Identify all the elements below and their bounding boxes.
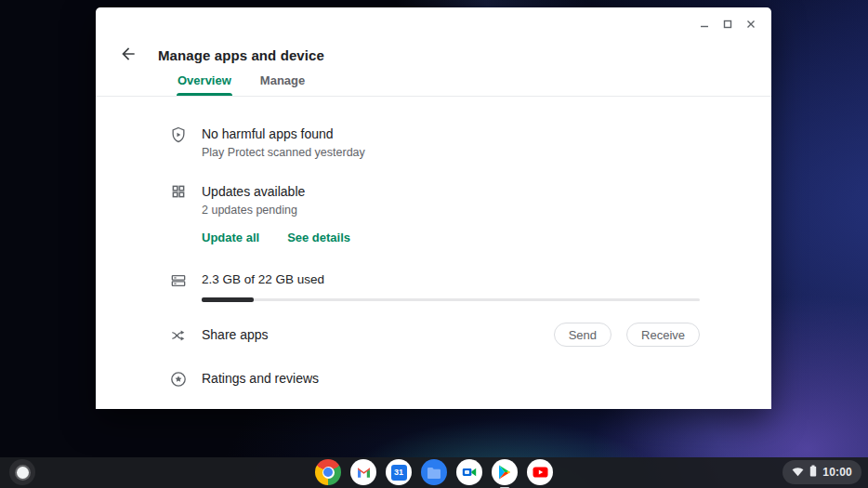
updates-subtitle: 2 updates pending xyxy=(202,202,700,218)
share-apps-title: Share apps xyxy=(202,325,269,344)
clock: 10:00 xyxy=(822,466,852,479)
shelf-app-list: 31 xyxy=(315,459,553,485)
play-store-window: Manage apps and device Overview Manage N… xyxy=(96,7,771,409)
storage-progress-bar xyxy=(202,298,700,301)
gmail-icon xyxy=(350,459,376,485)
system-tray[interactable]: 10:00 xyxy=(783,460,861,484)
shelf-item-meet[interactable] xyxy=(456,459,482,485)
minimize-button[interactable] xyxy=(697,18,712,33)
ratings-title: Ratings and reviews xyxy=(202,369,700,388)
ratings-star-icon xyxy=(169,369,188,389)
desktop-wallpaper: Manage apps and device Overview Manage N… xyxy=(0,0,868,488)
updates-title: Updates available xyxy=(202,182,700,201)
updates-actions: Update all See details xyxy=(202,231,700,244)
send-button[interactable]: Send xyxy=(554,323,612,347)
close-icon xyxy=(745,19,756,33)
chrome-icon xyxy=(315,459,341,485)
share-buttons: Send Receive xyxy=(554,323,700,347)
play-protect-title: No harmful apps found xyxy=(202,125,700,143)
update-all-button[interactable]: Update all xyxy=(202,231,259,244)
shelf-item-files[interactable] xyxy=(421,459,447,485)
tab-overview[interactable]: Overview xyxy=(177,73,232,96)
play-protect-shield-icon xyxy=(169,125,188,161)
page-title: Manage apps and device xyxy=(158,47,324,63)
tab-manage[interactable]: Manage xyxy=(259,73,306,96)
maximize-button[interactable] xyxy=(720,18,735,33)
minimize-icon xyxy=(699,19,710,33)
see-details-button[interactable]: See details xyxy=(287,231,350,244)
storage-usage-label: 2.3 GB of 22 GB used xyxy=(202,270,700,289)
wifi-icon xyxy=(792,466,804,480)
storage-icon xyxy=(169,270,188,301)
back-button[interactable] xyxy=(118,45,138,65)
storage-progress-fill xyxy=(202,297,254,302)
launcher-button[interactable] xyxy=(9,459,35,485)
calendar-icon: 31 xyxy=(386,459,412,485)
updates-row: Updates available 2 updates pending Upda… xyxy=(169,182,700,244)
share-apps-icon xyxy=(169,325,188,345)
shelf-item-chrome[interactable] xyxy=(315,459,341,485)
apps-grid-icon xyxy=(169,182,188,244)
meet-icon xyxy=(456,459,482,485)
receive-button[interactable]: Receive xyxy=(626,323,700,347)
storage-row: 2.3 GB of 22 GB used xyxy=(169,270,700,301)
shelf-item-gmail[interactable] xyxy=(350,459,376,485)
launcher-icon xyxy=(17,467,29,479)
play-protect-row: No harmful apps found Play Protect scann… xyxy=(169,125,700,161)
tab-bar: Overview Manage xyxy=(96,74,771,97)
files-icon xyxy=(421,459,447,485)
play-protect-subtitle: Play Protect scanned yesterday xyxy=(202,144,700,161)
window-caption-controls xyxy=(697,18,758,33)
ratings-row: Ratings and reviews xyxy=(169,369,700,389)
close-button[interactable] xyxy=(743,18,758,33)
battery-icon xyxy=(809,465,817,480)
maximize-icon xyxy=(722,19,733,33)
shelf-item-play-store[interactable] xyxy=(492,459,518,485)
youtube-icon xyxy=(527,459,553,485)
play-store-icon xyxy=(492,459,518,485)
shelf: 31 xyxy=(0,457,868,488)
shelf-item-youtube[interactable] xyxy=(527,459,553,485)
back-arrow-icon xyxy=(119,45,138,66)
shelf-item-calendar[interactable]: 31 xyxy=(386,459,412,485)
window-header: Manage apps and device xyxy=(118,43,749,67)
share-apps-row: Share apps Send Receive xyxy=(169,323,700,347)
